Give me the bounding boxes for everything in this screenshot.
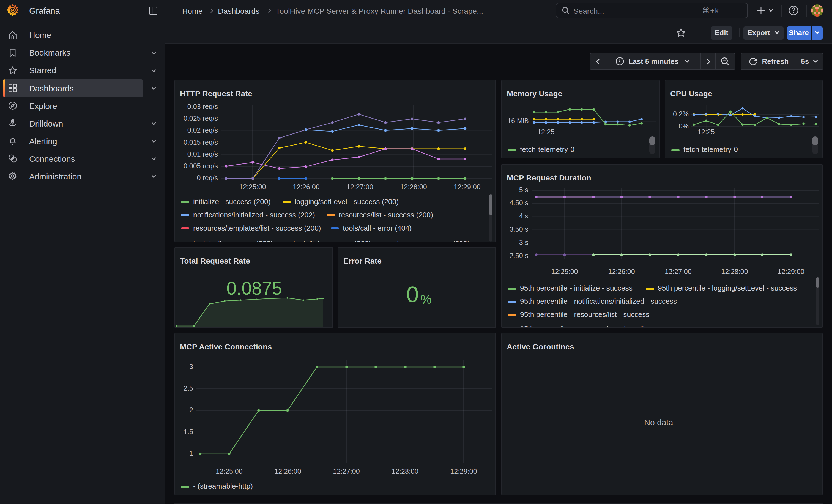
svg-text:0.015 req/s: 0.015 req/s bbox=[183, 138, 218, 146]
svg-text:12:25:00: 12:25:00 bbox=[216, 468, 242, 475]
svg-text:12:29:00: 12:29:00 bbox=[450, 468, 477, 475]
svg-text:4 s: 4 s bbox=[519, 212, 528, 220]
svg-text:0.02 req/s: 0.02 req/s bbox=[187, 126, 218, 134]
svg-text:12:26:00: 12:26:00 bbox=[608, 268, 635, 275]
svg-text:0.01 req/s: 0.01 req/s bbox=[187, 150, 218, 158]
svg-text:12:29:00: 12:29:00 bbox=[778, 268, 804, 275]
svg-text:12:27:00: 12:27:00 bbox=[333, 468, 360, 475]
svg-text:12:26:00: 12:26:00 bbox=[274, 468, 301, 475]
svg-text:0%: 0% bbox=[679, 122, 688, 130]
svg-text:12:25: 12:25 bbox=[698, 128, 715, 136]
svg-text:12:25: 12:25 bbox=[537, 128, 555, 136]
svg-text:0.0875: 0.0875 bbox=[227, 278, 282, 298]
svg-text:12:29:00: 12:29:00 bbox=[454, 183, 480, 191]
svg-text:3: 3 bbox=[189, 363, 193, 370]
svg-text:2: 2 bbox=[189, 406, 193, 414]
svg-text:2.50 s: 2.50 s bbox=[510, 252, 528, 260]
svg-text:12:28:00: 12:28:00 bbox=[721, 268, 748, 275]
svg-text:4.50 s: 4.50 s bbox=[510, 199, 528, 207]
svg-text:%: % bbox=[420, 292, 432, 307]
svg-text:1: 1 bbox=[189, 450, 193, 457]
svg-text:16 MiB: 16 MiB bbox=[508, 117, 529, 125]
svg-text:12:25:00: 12:25:00 bbox=[239, 183, 266, 191]
svg-text:5 s: 5 s bbox=[519, 186, 528, 194]
svg-text:1.5: 1.5 bbox=[183, 428, 193, 435]
svg-text:12:27:00: 12:27:00 bbox=[346, 183, 373, 191]
svg-text:12:27:00: 12:27:00 bbox=[665, 268, 692, 275]
svg-text:12:26:00: 12:26:00 bbox=[293, 183, 319, 191]
svg-text:0.2%: 0.2% bbox=[673, 110, 688, 118]
svg-text:3 s: 3 s bbox=[519, 239, 528, 246]
svg-text:0.005 req/s: 0.005 req/s bbox=[183, 162, 218, 170]
svg-text:0: 0 bbox=[406, 282, 419, 307]
svg-text:2.5: 2.5 bbox=[183, 384, 193, 392]
svg-text:12:28:00: 12:28:00 bbox=[391, 468, 418, 475]
svg-text:0 req/s: 0 req/s bbox=[197, 174, 218, 182]
svg-text:3.50 s: 3.50 s bbox=[510, 225, 528, 233]
svg-text:12:25:00: 12:25:00 bbox=[551, 268, 578, 275]
svg-text:12:28:00: 12:28:00 bbox=[400, 183, 427, 191]
svg-text:0.03 req/s: 0.03 req/s bbox=[187, 103, 218, 110]
svg-text:0.025 req/s: 0.025 req/s bbox=[183, 114, 218, 122]
